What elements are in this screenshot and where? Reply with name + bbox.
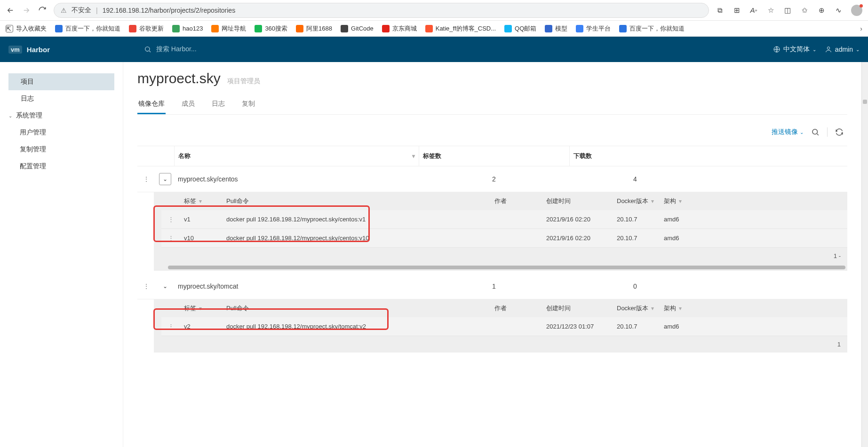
- bookmark-label: hao123: [183, 25, 203, 32]
- tag-header: 标签▾ Pull命令 作者 创建时间 Docker版本 ▾ 架构 ▾: [161, 192, 847, 210]
- address-bar[interactable]: ⚠ 不安全 | 192.168.198.12/harbor/projects/2…: [54, 3, 709, 18]
- user-menu[interactable]: admin ⌄: [825, 46, 860, 53]
- sidebar-item-config[interactable]: 配置管理: [0, 158, 123, 175]
- main-content: myproect.sky 项目管理员 镜像仓库 成员 日志 复制 推送镜像 ⌄: [123, 62, 861, 447]
- tag-actions[interactable]: ⋮: [161, 210, 180, 228]
- tabs-bar: 镜像仓库 成员 日志 复制: [137, 95, 847, 115]
- favicon: [172, 25, 180, 32]
- favicon: [619, 25, 627, 32]
- app-header: vm Harbor 搜索 Harbor... 中文简体 ⌄ admin ⌄: [0, 37, 868, 62]
- row-actions[interactable]: ⋮: [137, 276, 155, 297]
- project-role: 项目管理员: [227, 77, 260, 86]
- tag-subtable: 标签▾ Pull命令 作者 创建时间 Docker版本 ▾ 架构 ▾ ⋮ v1 …: [154, 192, 847, 271]
- filter-icon[interactable]: ▾: [412, 153, 415, 159]
- refresh-button[interactable]: [834, 127, 844, 137]
- repo-name[interactable]: myproect.sky/centos: [174, 169, 419, 189]
- tab-replication[interactable]: 复制: [241, 95, 256, 114]
- bookmarks-overflow[interactable]: ›: [860, 25, 862, 32]
- svg-point-3: [812, 129, 818, 134]
- performance-icon[interactable]: ∿: [834, 6, 843, 15]
- filter-icon[interactable]: ▾: [679, 305, 682, 312]
- bookmark-item[interactable]: 模型: [545, 24, 567, 33]
- tag-header: 标签▾ Pull命令 作者 创建时间 Docker版本 ▾ 架构 ▾: [161, 299, 847, 317]
- insecure-label: 不安全: [72, 6, 91, 15]
- push-image-button[interactable]: 推送镜像 ⌄: [772, 128, 804, 136]
- header-search[interactable]: 搜索 Harbor...: [144, 45, 197, 54]
- collections-icon[interactable]: ⊕: [817, 6, 826, 15]
- search-button[interactable]: [810, 127, 820, 137]
- col-name: 名称: [178, 152, 191, 160]
- filter-icon[interactable]: ▾: [651, 198, 654, 204]
- filter-icon[interactable]: ▾: [199, 305, 202, 312]
- tag-name: v10: [180, 229, 223, 247]
- expand-button[interactable]: ⌄: [159, 173, 171, 185]
- tab-logs[interactable]: 日志: [211, 95, 226, 114]
- sidebar-item-user-mgmt[interactable]: 用户管理: [0, 124, 123, 141]
- star-icon[interactable]: ☆: [766, 6, 775, 15]
- grid-icon[interactable]: ⊞: [733, 6, 741, 15]
- favicon: [504, 25, 512, 32]
- bookmark-item[interactable]: Katie_ff的博客_CSD...: [425, 24, 496, 33]
- filter-icon[interactable]: ▾: [651, 305, 654, 312]
- horizontal-scrollbar[interactable]: [161, 264, 847, 271]
- tag-author: [491, 321, 542, 332]
- reader-icon[interactable]: ◫: [783, 6, 792, 15]
- tag-created: 2021/12/23 01:07: [542, 317, 613, 336]
- tag-actions[interactable]: ⋮: [161, 317, 180, 336]
- tag-row: ⋮ v10 docker pull 192.168.198.12/myproec…: [161, 229, 847, 248]
- bookmark-item[interactable]: 谷歌更新: [129, 24, 164, 33]
- row-actions[interactable]: ⋮: [137, 169, 155, 189]
- bookmark-label: 模型: [555, 24, 567, 33]
- expand-button[interactable]: ⌄: [159, 280, 171, 292]
- repo-name[interactable]: myproect.sky/tomcat: [174, 276, 419, 297]
- bookmark-item[interactable]: 网址导航: [211, 24, 246, 33]
- text-icon[interactable]: A»: [749, 6, 758, 15]
- tag-actions[interactable]: ⋮: [161, 229, 180, 247]
- bookmark-item[interactable]: hao123: [172, 25, 203, 32]
- bookmark-item[interactable]: 百度一下，你就知道: [55, 24, 120, 33]
- bookmark-label: QQ邮箱: [515, 24, 536, 33]
- bookmark-item[interactable]: 360搜索: [255, 24, 287, 33]
- bookmark-item[interactable]: QQ邮箱: [504, 24, 536, 33]
- repo-pull-count: 4: [569, 169, 701, 189]
- sidebar-item-log[interactable]: 日志: [8, 90, 114, 107]
- import-label: 导入收藏夹: [16, 24, 47, 33]
- language-selector[interactable]: 中文简体 ⌄: [773, 45, 816, 54]
- filter-icon[interactable]: ▾: [199, 198, 202, 204]
- back-button[interactable]: [6, 6, 15, 15]
- col-pulls: 下载数: [573, 152, 592, 160]
- repo-tag-count: 1: [419, 276, 569, 297]
- filter-icon[interactable]: ▾: [679, 198, 682, 204]
- desktop-icon[interactable]: ⧉: [716, 6, 724, 15]
- tag-name: v1: [180, 210, 223, 228]
- profile-avatar[interactable]: [851, 5, 862, 16]
- page-scrollbar[interactable]: [861, 62, 868, 447]
- brand-logo[interactable]: vm Harbor: [8, 46, 50, 54]
- bookmark-item[interactable]: 京东商城: [382, 24, 417, 33]
- tag-author: [491, 233, 542, 244]
- sidebar-item-replication[interactable]: 复制管理: [0, 141, 123, 158]
- tag-created: 2021/9/16 02:20: [542, 229, 613, 247]
- import-bookmarks[interactable]: ⇱ 导入收藏夹: [6, 24, 47, 33]
- favicon: [129, 25, 136, 32]
- sidebar-item-project[interactable]: 项目: [8, 73, 114, 90]
- favorite-icon[interactable]: ✩: [800, 6, 809, 15]
- user-label: admin: [835, 46, 853, 53]
- bookmark-item[interactable]: 阿里1688: [296, 24, 332, 33]
- tab-members[interactable]: 成员: [181, 95, 196, 114]
- warning-icon: ⚠: [61, 7, 67, 14]
- tab-repositories[interactable]: 镜像仓库: [137, 95, 166, 114]
- bookmark-item[interactable]: 学生平台: [576, 24, 611, 33]
- bookmark-item[interactable]: GitCode: [341, 25, 374, 32]
- docker-version: 20.10.7: [613, 229, 660, 247]
- refresh-button[interactable]: [38, 6, 47, 15]
- import-icon: ⇱: [6, 25, 13, 32]
- docker-version: 20.10.7: [613, 210, 660, 228]
- bookmark-item[interactable]: 百度一下，你就知道: [619, 24, 685, 33]
- repo-row: ⋮ ⌄ myproect.sky/centos 2 4: [137, 166, 847, 192]
- sidebar-group-sysadmin[interactable]: ⌄ 系统管理: [0, 107, 123, 124]
- tag-footer: 1 -: [161, 248, 847, 264]
- favicon: [255, 25, 262, 32]
- forward-button[interactable]: [22, 6, 31, 15]
- table-header: 名称▾ 标签数 下载数: [137, 146, 847, 166]
